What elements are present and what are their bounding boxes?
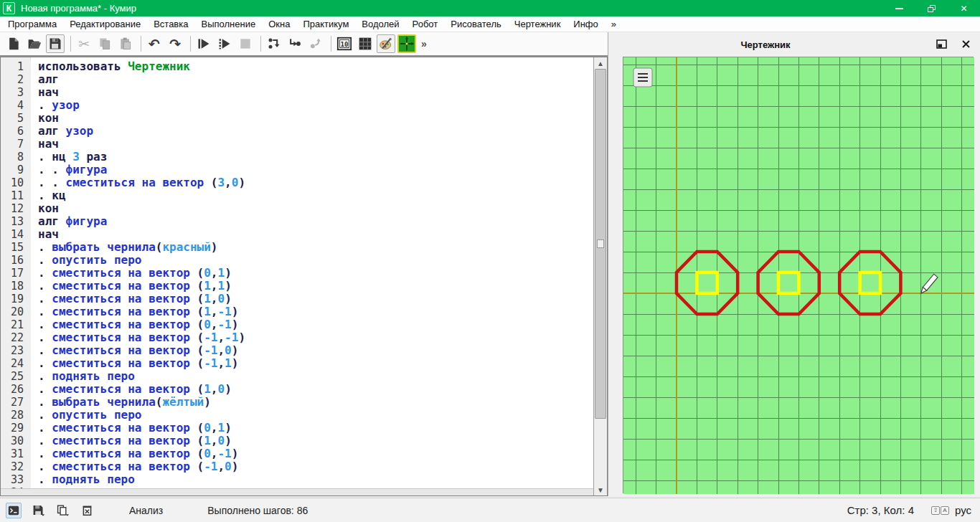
save-result-button[interactable] [30, 503, 46, 518]
toolbar-overflow-button[interactable]: » [421, 38, 427, 49]
code-text: . поднять перо [31, 370, 135, 383]
minimize-icon [895, 8, 903, 9]
toolbar-separator [141, 36, 141, 52]
step-out-button[interactable] [306, 34, 325, 53]
code-text: . сместиться на вектор (-1,0) [31, 460, 238, 473]
code-text: . сместиться на вектор (-1,1) [31, 357, 238, 370]
code-area[interactable]: 1использовать Чертежник2алг3нач4. узор5к… [1, 57, 593, 488]
line-number: 14 [1, 228, 31, 241]
close-icon: ✕ [960, 4, 967, 14]
code-line: 23. сместиться на вектор (-1,0) [1, 344, 593, 357]
code-line: 25. поднять перо [1, 370, 593, 383]
line-number: 20 [1, 305, 31, 318]
code-text: . сместиться на вектор (1,0) [31, 293, 232, 305]
minimize-button[interactable] [883, 0, 915, 16]
toolbar-separator [70, 36, 71, 52]
line-number: 24 [1, 357, 31, 370]
undo-button[interactable]: ↶ [145, 34, 164, 53]
line-number: 1 [1, 60, 31, 73]
scroll-up-icon[interactable]: ▲ [594, 57, 607, 69]
open-file-icon [27, 37, 42, 51]
toolbar-separator [260, 36, 261, 52]
code-text: использовать Чертежник [31, 60, 190, 73]
menu-редактирование[interactable]: Редактирование [63, 17, 147, 31]
code-line: 19. сместиться на вектор (1,0) [1, 293, 593, 305]
line-number: 2 [1, 73, 31, 86]
line-number: 5 [1, 112, 31, 125]
cursor-position: Стр: 3, Кол: 4 [847, 504, 914, 516]
code-text: . . сместиться на вектор (3,0) [31, 176, 245, 189]
window-layout-button[interactable] [356, 34, 374, 53]
code-text: . нц 3 раз [31, 151, 107, 163]
run-button[interactable] [194, 34, 213, 53]
show-margin-button[interactable]: 10 [335, 34, 354, 53]
line-number: 9 [1, 163, 31, 176]
menu-выполнение[interactable]: Выполнение [194, 17, 262, 31]
drawer-window-button[interactable] [397, 34, 416, 53]
menu-чертежник[interactable]: Чертежник [508, 17, 567, 31]
copy-button[interactable] [95, 34, 114, 53]
code-text: . опустить перо [31, 254, 142, 267]
run-step-button[interactable] [215, 34, 234, 53]
step-out-icon [308, 37, 323, 51]
close-button[interactable]: ✕ [948, 0, 980, 16]
stop-icon [238, 37, 253, 51]
toolbar: ✂ ↶ ↷ 10 [0, 32, 608, 57]
menu-рисователь[interactable]: Рисователь [444, 17, 507, 31]
close-panel-button[interactable] [957, 35, 974, 52]
scrollbar-thumb[interactable] [595, 69, 606, 419]
code-editor[interactable]: 1использовать Чертежник2алг3нач4. узор5к… [0, 57, 608, 496]
toolbar-separator [190, 36, 191, 52]
new-file-icon [6, 37, 21, 51]
code-text: . кц [31, 189, 66, 202]
vertical-scrollbar[interactable]: ▲ ▼ [593, 57, 607, 495]
menu-программа[interactable]: Программа [1, 17, 63, 31]
copy-result-button[interactable] [55, 503, 70, 518]
menu-»[interactable]: » [605, 17, 623, 31]
copy-result-icon [56, 504, 70, 517]
code-text: алг [31, 73, 59, 86]
clear-result-button[interactable] [79, 503, 95, 518]
window-title: Новая программа* - Кумир [21, 3, 136, 14]
terminal-button[interactable] [6, 503, 22, 518]
close-panel-icon [961, 39, 971, 49]
code-line: 26. сместиться на вектор (1,0) [1, 383, 593, 396]
code-text: . сместиться на вектор (1,-1) [31, 305, 238, 318]
code-line: 13алг фигура [1, 215, 593, 228]
step-into-button[interactable] [286, 34, 304, 53]
code-line: 29. сместиться на вектор (0,1) [1, 422, 593, 435]
code-line: 15. выбрать чернила(красный) [1, 241, 593, 254]
line-number: 13 [1, 215, 31, 228]
restore-button[interactable] [915, 0, 948, 16]
menu-окна[interactable]: Окна [262, 17, 296, 31]
keyboard-layout-icon: ⇧ A [931, 506, 949, 515]
code-text: . сместиться на вектор (0,-1) [31, 447, 238, 460]
painter-window-button[interactable] [377, 34, 395, 53]
code-text: . сместиться на вектор (1,0) [31, 383, 232, 396]
save-file-button[interactable] [46, 34, 65, 53]
open-file-button[interactable] [25, 34, 44, 53]
status-bar: Анализ Выполнено шагов: 86 Стр: 3, Кол: … [0, 498, 980, 522]
scroll-down-icon[interactable]: ▼ [594, 484, 607, 495]
menu-водолей[interactable]: Водолей [355, 17, 405, 31]
code-line: 27. выбрать чернила(жёлтый) [1, 396, 593, 409]
float-panel-button[interactable] [933, 35, 950, 52]
horizontal-scrollbar[interactable] [1, 488, 593, 495]
cut-button[interactable]: ✂ [75, 34, 93, 53]
redo-button[interactable]: ↷ [166, 34, 184, 53]
palette-icon [379, 37, 393, 51]
code-line: 33. поднять перо [1, 473, 593, 486]
menu-робот[interactable]: Робот [406, 17, 445, 31]
paste-button[interactable] [116, 34, 135, 53]
code-line: 28. опустить перо [1, 409, 593, 422]
step-over-button[interactable] [265, 34, 283, 53]
menu-инфо[interactable]: Инфо [567, 17, 604, 31]
code-text: . . фигура [31, 163, 107, 176]
code-text: нач [31, 138, 59, 151]
new-file-button[interactable] [4, 34, 23, 53]
menu-практикум[interactable]: Практикум [296, 17, 355, 31]
line-number: 16 [1, 254, 31, 267]
stop-button[interactable] [236, 34, 255, 53]
menu-вставка[interactable]: Вставка [147, 17, 194, 31]
steps-counter: Выполнено шагов: 86 [207, 505, 308, 516]
